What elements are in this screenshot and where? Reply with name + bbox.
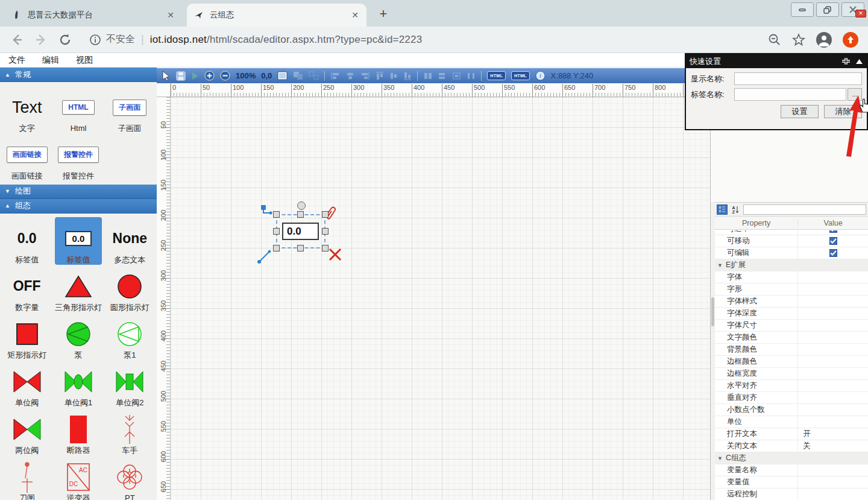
property-value[interactable] <box>797 416 868 428</box>
property-value[interactable] <box>797 392 868 403</box>
menu-item-1[interactable]: 编辑 <box>42 55 59 66</box>
property-value[interactable] <box>797 283 868 295</box>
resize-handle-nw[interactable] <box>273 211 280 218</box>
palette-item-circle-indicator[interactable]: 圆形指示灯 <box>104 265 156 312</box>
select-cursor-icon[interactable] <box>162 71 171 81</box>
palette-item-pt[interactable]: PT <box>104 455 156 500</box>
palette-item-valve[interactable]: 单位阀 <box>1 360 52 408</box>
property-value[interactable] <box>797 464 868 476</box>
property-value[interactable] <box>797 344 868 355</box>
checkbox-checked-icon[interactable] <box>829 249 837 257</box>
property-row-9[interactable]: 文字颜色 <box>715 332 868 344</box>
anchor-connector-icon[interactable] <box>260 204 274 218</box>
property-filter-input[interactable] <box>743 204 866 215</box>
same-size-icon[interactable] <box>452 72 461 80</box>
property-value[interactable] <box>797 404 868 416</box>
property-row-6[interactable]: 字体样式 <box>715 296 868 308</box>
tag-name-input[interactable] <box>734 88 846 101</box>
forward-icon[interactable] <box>34 33 48 47</box>
back-icon[interactable] <box>10 33 24 47</box>
align-top-icon[interactable] <box>376 71 384 81</box>
security-indicator[interactable]: 不安全 | <box>89 33 150 46</box>
property-value[interactable] <box>797 380 868 391</box>
resize-handle-e[interactable] <box>322 228 329 235</box>
set-button[interactable]: 设置 <box>781 105 819 118</box>
property-row-2[interactable]: 可编辑 <box>715 247 868 259</box>
selected-label-value-element[interactable]: 0.0 <box>282 223 319 240</box>
palette-item-html[interactable]: HTMLHtml <box>52 86 104 133</box>
property-row-4[interactable]: 字体 <box>715 271 868 283</box>
property-value[interactable] <box>797 476 868 488</box>
resize-handle-ne[interactable] <box>322 211 329 218</box>
run-icon[interactable] <box>191 72 199 80</box>
resize-handle-n[interactable] <box>297 211 304 218</box>
palette-item-alarm-control[interactable]: 报警控件报警控件 <box>52 133 104 181</box>
property-row-18[interactable]: 关闭文本关 <box>715 440 868 452</box>
property-row-22[interactable]: 远程控制 <box>715 489 868 500</box>
palette-item-multi-state-text[interactable]: None多态文本 <box>104 217 156 265</box>
palette-item-hand-switch[interactable]: 车手 <box>104 408 156 455</box>
palette-section-general[interactable]: ▲常规 <box>0 68 157 82</box>
property-row-8[interactable]: 字体尺寸 <box>715 320 868 332</box>
category-collapse-icon[interactable]: ▼ <box>717 262 723 268</box>
palette-item-pump1[interactable]: 泵1 <box>104 312 156 360</box>
palette-item-valve1[interactable]: 单位阀1 <box>52 360 104 408</box>
new-tab-button[interactable]: + <box>375 6 392 23</box>
category-collapse-icon[interactable]: ▼ <box>717 455 723 461</box>
palette-item-two-way-valve[interactable]: 两位阀 <box>1 408 52 455</box>
resize-handle-s[interactable] <box>297 245 304 252</box>
resize-handle-sw[interactable] <box>273 245 280 252</box>
url-text[interactable]: iot.idosp.net/html/scada/editor.aspx.htm… <box>150 34 423 46</box>
property-row-7[interactable]: 字体深度 <box>715 308 868 320</box>
palette-item-sub-screen[interactable]: 子画面子画面 <box>104 86 156 133</box>
property-value[interactable] <box>797 296 868 307</box>
group-icon[interactable] <box>293 71 303 80</box>
property-row-17[interactable]: 打开文本开 <box>715 428 868 440</box>
property-row-3[interactable]: ▼E扩展 <box>715 259 868 271</box>
align-middle-icon[interactable] <box>389 71 398 81</box>
align-bottom-icon[interactable] <box>403 71 412 81</box>
property-value[interactable]: 开 <box>797 428 868 440</box>
palette-item-pump[interactable]: 泵 <box>52 312 104 360</box>
property-row-21[interactable]: 变量值 <box>715 476 868 489</box>
ungroup-icon[interactable] <box>309 71 319 80</box>
property-row-0[interactable]: 可选中 <box>715 230 868 235</box>
same-height-icon[interactable] <box>438 72 447 80</box>
zoom-out-page-icon[interactable] <box>768 33 781 46</box>
browser-tab-1[interactable]: 思普云大数据平台 ✕ <box>5 4 182 27</box>
palette-item-valve2[interactable]: 单位阀2 <box>104 360 156 408</box>
property-value[interactable] <box>797 308 868 319</box>
sort-az-icon[interactable]: AZ <box>730 204 741 215</box>
menu-item-0[interactable]: 文件 <box>8 55 25 66</box>
info-icon[interactable]: i <box>535 71 546 81</box>
canvas-size-icon[interactable] <box>277 71 288 80</box>
property-value[interactable] <box>797 356 868 367</box>
connect-line-icon[interactable] <box>257 248 272 264</box>
property-row-19[interactable]: ▼C组态 <box>715 452 868 464</box>
checkbox-checked-icon[interactable] <box>829 230 837 233</box>
save-icon[interactable] <box>176 71 186 81</box>
scrollbar[interactable] <box>711 202 715 500</box>
tab-close-icon[interactable]: ✕ <box>350 10 360 21</box>
property-row-16[interactable]: 单位 <box>715 416 868 428</box>
delete-x-icon[interactable] <box>328 247 342 262</box>
palette-item-inverter[interactable]: ACDC逆变器 <box>52 455 104 500</box>
browser-upgrade-icon[interactable] <box>843 32 858 48</box>
property-value[interactable] <box>797 332 868 343</box>
collapse-panel-icon[interactable] <box>841 57 851 65</box>
html-export-icon[interactable]: HTML <box>487 71 506 80</box>
palette-item-text[interactable]: Text文字 <box>1 86 52 133</box>
property-value[interactable] <box>797 489 868 500</box>
property-value[interactable] <box>797 368 868 379</box>
property-row-5[interactable]: 字形 <box>715 283 868 296</box>
palette-item-screen-link[interactable]: 画面链接画面链接 <box>1 133 52 181</box>
minimize-button[interactable] <box>791 2 814 17</box>
menu-item-2[interactable]: 视图 <box>76 55 93 66</box>
tab-close-icon[interactable]: ✕ <box>165 10 176 21</box>
reload-icon[interactable] <box>58 33 72 47</box>
resize-handle-w[interactable] <box>273 228 280 235</box>
browser-tab-2[interactable]: 云组态 ✕ <box>187 4 366 27</box>
align-center-icon[interactable] <box>345 72 355 80</box>
html-preview-icon[interactable]: HTML <box>511 71 530 80</box>
palette-item-breaker[interactable]: 断路器 <box>52 408 104 455</box>
